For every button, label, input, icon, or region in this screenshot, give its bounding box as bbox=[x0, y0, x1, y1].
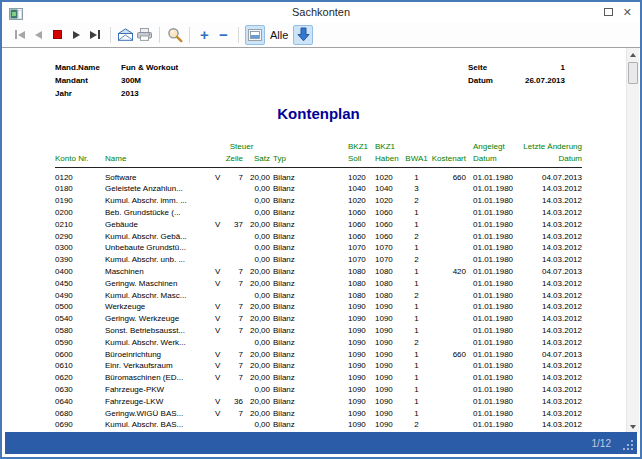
cell-bkz1-haben: 1090 bbox=[375, 313, 403, 325]
cell-kostenart: 420 bbox=[430, 266, 470, 278]
cell-bkz1-soll: 1060 bbox=[348, 219, 375, 231]
cell-konto-nr: 0590 bbox=[55, 337, 105, 349]
resize-grip-icon[interactable] bbox=[623, 440, 633, 450]
cell-typ: Bilanz bbox=[270, 337, 348, 349]
previous-record-button[interactable] bbox=[30, 25, 47, 45]
cell-typ: Bilanz bbox=[270, 254, 348, 266]
toolbar: + − Alle bbox=[2, 22, 640, 48]
cell-bkz1-soll: 1020 bbox=[348, 167, 375, 183]
cell-angelegt-datum: 01.01.1980 bbox=[470, 313, 518, 325]
cell-zeile: V7 bbox=[213, 372, 243, 384]
cell-name: Werkzeuge bbox=[105, 301, 213, 313]
cell-satz: 20,00 bbox=[243, 360, 270, 372]
table-row: 0390Kumul. Abschr. unb. ...0,00Bilanz107… bbox=[55, 254, 582, 266]
cell-kostenart bbox=[430, 242, 470, 254]
col-header-name: Name bbox=[105, 153, 213, 167]
title-bar[interactable]: Sachkonten ✕ bbox=[2, 2, 640, 22]
cell-bwa1: 1 bbox=[403, 266, 430, 278]
cell-satz: 0,00 bbox=[243, 207, 270, 219]
cell-letzte-aenderung-datum: 14.03.2012 bbox=[518, 408, 582, 420]
cell-satz: 20,00 bbox=[243, 167, 270, 183]
cell-zeile bbox=[213, 242, 243, 254]
col-header-kostenart: Kostenart bbox=[430, 153, 470, 167]
cell-bwa1: 1 bbox=[403, 278, 430, 290]
table-row: 0620Büromaschinen (ED...V720,00Bilanz109… bbox=[55, 372, 582, 384]
cell-name: Kumul. Abschr. unb. ... bbox=[105, 254, 213, 266]
cell-satz: 20,00 bbox=[243, 408, 270, 420]
go-down-button[interactable] bbox=[293, 25, 313, 45]
cell-name: Kumul. Abschr. Gebä... bbox=[105, 231, 213, 243]
cell-satz: 0,00 bbox=[243, 384, 270, 396]
cell-typ: Bilanz bbox=[270, 408, 348, 420]
cell-bkz1-soll: 1040 bbox=[348, 183, 375, 195]
cell-zeile bbox=[213, 419, 243, 431]
stop-button[interactable] bbox=[49, 25, 66, 45]
maximize-button[interactable] bbox=[604, 7, 613, 18]
export-mail-button[interactable] bbox=[117, 25, 134, 45]
cell-typ: Bilanz bbox=[270, 372, 348, 384]
cell-letzte-aenderung-datum: 14.03.2012 bbox=[518, 207, 582, 219]
scroll-up-button[interactable] bbox=[627, 48, 639, 61]
cell-typ: Bilanz bbox=[270, 290, 348, 302]
cell-typ: Bilanz bbox=[270, 349, 348, 361]
cell-zeile: V36 bbox=[213, 396, 243, 408]
cell-typ: Bilanz bbox=[270, 231, 348, 243]
cell-zeile: V7 bbox=[213, 408, 243, 420]
cell-konto-nr: 0290 bbox=[55, 231, 105, 243]
alle-label[interactable]: Alle bbox=[270, 29, 288, 41]
cell-zeile: V7 bbox=[213, 167, 243, 183]
cell-kostenart: 660 bbox=[430, 167, 470, 183]
group-header-angelegt: Angelegt bbox=[470, 141, 518, 153]
cell-konto-nr: 0400 bbox=[55, 266, 105, 278]
cell-satz: 0,00 bbox=[243, 195, 270, 207]
cell-name: Unbebaute Grundstü... bbox=[105, 242, 213, 254]
meta-label: Seite bbox=[468, 61, 487, 74]
cell-satz: 0,00 bbox=[243, 290, 270, 302]
zoom-in-button[interactable]: + bbox=[196, 25, 213, 45]
envelope-export-icon bbox=[117, 28, 134, 41]
zoom-search-button[interactable] bbox=[166, 25, 183, 45]
zoom-out-button[interactable]: − bbox=[215, 25, 232, 45]
cell-letzte-aenderung-datum: 14.03.2012 bbox=[518, 313, 582, 325]
cell-bkz1-haben: 1090 bbox=[375, 396, 403, 408]
cell-bkz1-soll: 1060 bbox=[348, 231, 375, 243]
close-button[interactable]: ✕ bbox=[623, 7, 632, 18]
vertical-scrollbar[interactable] bbox=[626, 48, 639, 433]
cell-angelegt-datum: 01.01.1980 bbox=[470, 360, 518, 372]
cell-kostenart bbox=[430, 231, 470, 243]
cell-kostenart bbox=[430, 419, 470, 431]
cell-bkz1-haben: 1020 bbox=[375, 195, 403, 207]
cell-bwa1: 1 bbox=[403, 325, 430, 337]
next-record-button[interactable] bbox=[68, 25, 85, 45]
print-button[interactable] bbox=[136, 25, 153, 45]
cell-name: Maschinen bbox=[105, 266, 213, 278]
cell-typ: Bilanz bbox=[270, 419, 348, 431]
scrollbar-thumb[interactable] bbox=[628, 62, 638, 84]
col-header-bwa1: BWA1 bbox=[403, 153, 430, 167]
last-record-button[interactable] bbox=[87, 25, 104, 45]
scroll-up-icon bbox=[630, 53, 636, 57]
cell-name: Büroeinrichtung bbox=[105, 349, 213, 361]
page-display-button[interactable] bbox=[245, 25, 265, 45]
cell-bkz1-haben: 1090 bbox=[375, 349, 403, 361]
cell-bwa1: 1 bbox=[403, 207, 430, 219]
cell-bkz1-soll: 1060 bbox=[348, 207, 375, 219]
cell-letzte-aenderung-datum: 04.07.2013 bbox=[518, 266, 582, 278]
cell-letzte-aenderung-datum: 14.03.2012 bbox=[518, 372, 582, 384]
cell-kostenart bbox=[430, 325, 470, 337]
first-record-button[interactable] bbox=[11, 25, 28, 45]
table-row: 0490Kumul. Abschr. Masc...0,00Bilanz1080… bbox=[55, 290, 582, 302]
cell-letzte-aenderung-datum: 14.03.2012 bbox=[518, 278, 582, 290]
cell-typ: Bilanz bbox=[270, 195, 348, 207]
cell-bkz1-haben: 1090 bbox=[375, 372, 403, 384]
cell-bkz1-haben: 1070 bbox=[375, 254, 403, 266]
zoom-in-plus-icon: + bbox=[200, 28, 209, 42]
table-row: 0540Geringw. WerkzeugeV720,00Bilanz10901… bbox=[55, 313, 582, 325]
cell-satz: 20,00 bbox=[243, 266, 270, 278]
cell-letzte-aenderung-datum: 14.03.2012 bbox=[518, 231, 582, 243]
window-title: Sachkonten bbox=[2, 6, 640, 18]
col-header-angelegt-datum: Datum bbox=[470, 153, 518, 167]
cell-angelegt-datum: 01.01.1980 bbox=[470, 419, 518, 431]
toolbar-separator bbox=[238, 27, 239, 43]
cell-bwa1: 1 bbox=[403, 360, 430, 372]
